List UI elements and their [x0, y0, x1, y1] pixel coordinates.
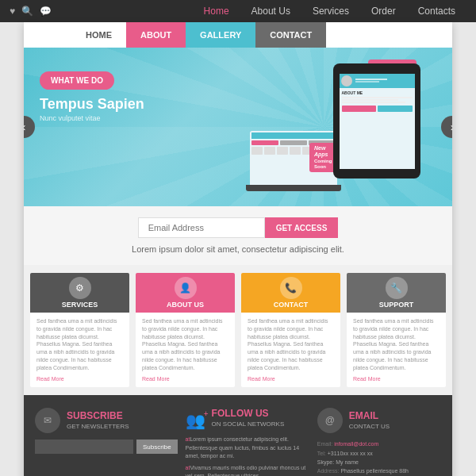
top-nav-links: Home About Us Services Order Contacts	[193, 0, 466, 22]
subscribe-input[interactable]	[35, 440, 133, 454]
cards-row: ⚙ Services Sed fanthea uma a mit adtinci…	[24, 265, 452, 395]
tel-value: +3110xx xxx xx xx	[328, 451, 373, 456]
hero-devices: New Apps Coming Soon	[246, 56, 420, 198]
subscribe-form: Subscribe	[35, 440, 178, 454]
card-about-title: About Us	[167, 301, 204, 309]
nav-services[interactable]: Services	[301, 0, 360, 22]
hero-nav-gallery[interactable]: GALLERY	[186, 22, 255, 48]
card-contact: 📞 Contact Sed fanthea uma a mit adtincid…	[241, 273, 340, 387]
follow-subtitle: ON SOCIAL NETWORKS	[212, 420, 285, 428]
hero-subtitle: Nunc vulputet vitae	[40, 114, 144, 122]
about-read-more[interactable]: Read More	[142, 375, 228, 383]
lorem-text: Lorem ipsum dolor sit amet, consectetur …	[35, 244, 441, 254]
card-support-title: Support	[379, 301, 414, 309]
device-tablet: ABOUT ME	[333, 63, 420, 178]
support-icon: 🔧	[386, 277, 408, 299]
email-title: EMAIL	[349, 410, 390, 421]
tablet-avatar	[341, 75, 352, 86]
follow-text1: atLorem ipsum consectetur adipiscing eli…	[186, 436, 309, 461]
social-plus-icon: +	[204, 409, 209, 418]
mail-icon: @	[325, 415, 335, 426]
email-input[interactable]	[138, 217, 265, 238]
what-we-do-badge: WHAT WE DO	[40, 71, 114, 90]
card-about-header: 👤 About Us	[136, 273, 235, 313]
footer-email-details: Email: infomall@dot.com Tel: +3110xx xxx…	[317, 440, 441, 476]
card-services-header: ⚙ Services	[30, 273, 129, 313]
services-icon: ⚙	[69, 277, 91, 299]
services-read-more[interactable]: Read More	[36, 375, 123, 383]
card-contact-title: Contact	[274, 301, 308, 309]
hero-nav-about[interactable]: ABOUT	[126, 22, 186, 48]
tablet-screen-top	[340, 74, 415, 88]
card-about-text: Sed fanthea uma a mit adtincidis to grav…	[142, 318, 223, 370]
social-people-icon: 👥	[186, 412, 205, 429]
address-label: Address:	[317, 468, 340, 474]
card-contact-text: Sed fanthea uma a mit adtincidis to grav…	[248, 318, 328, 370]
card-services: ⚙ Services Sed fanthea uma a mit adtinci…	[30, 273, 129, 387]
contact-read-more[interactable]: Read More	[248, 375, 334, 383]
card-services-body: Sed fanthea uma a mit adtincidis to grav…	[30, 313, 129, 387]
top-navigation: ♥ 🔍 💬 Home About Us Services Order Conta…	[0, 0, 476, 22]
email-form: GET ACCESS	[35, 217, 441, 238]
card-support-header: 🔧 Support	[347, 273, 446, 313]
hero-left-content: WHAT WE DO Tempus Sapien Nunc vulputet v…	[40, 71, 144, 122]
laptop-base	[246, 185, 341, 191]
follow-title: FOLLOW US	[212, 408, 285, 419]
about-icon: 👤	[175, 277, 197, 299]
card-support-body: Sed fanthea uma a mit adtincidis to grav…	[347, 313, 446, 387]
card-services-title: Services	[62, 301, 98, 309]
hero-banner: ‹ › WHAT WE DO Tempus Sapien Nunc vulput…	[24, 48, 452, 206]
main-wrapper: HOME ABOUT GALLERY CONTACT ‹ › WHAT WE D…	[24, 22, 452, 476]
hero-nav: HOME ABOUT GALLERY CONTACT	[24, 22, 452, 48]
subscribe-icon-circle: ✉	[35, 408, 60, 433]
email-icon-circle: @	[317, 408, 343, 433]
footer-follow: 👥 + FOLLOW US ON SOCIAL NETWORKS atLorem…	[186, 408, 309, 476]
card-services-text: Sed fanthea uma a mit adtincidis to grav…	[36, 318, 117, 370]
subscribe-title: SUBSCRIBE	[67, 410, 129, 421]
nav-order[interactable]: Order	[360, 0, 407, 22]
search-icon[interactable]: 🔍	[21, 6, 33, 17]
card-support: 🔧 Support Sed fanthea uma a mit adtincid…	[347, 273, 446, 387]
email-section: GET ACCESS Lorem ipsum dolor sit amet, c…	[24, 206, 452, 265]
contact-icon: 📞	[280, 277, 302, 299]
get-access-button[interactable]: GET ACCESS	[265, 217, 339, 238]
tel-label: Tel:	[317, 451, 326, 456]
card-contact-body: Sed fanthea uma a mit adtincidis to grav…	[241, 313, 340, 387]
device-laptop: New Apps Coming Soon	[246, 131, 341, 198]
heart-icon[interactable]: ♥	[10, 6, 15, 17]
support-read-more[interactable]: Read More	[353, 375, 440, 383]
subscribe-subtitle: GET NEWSLETTERS	[67, 423, 129, 430]
nav-contacts[interactable]: Contacts	[407, 0, 466, 22]
card-support-text: Sed fanthea uma a mit adtincidis to grav…	[353, 318, 434, 370]
skype-label: Skype:	[317, 459, 334, 465]
nav-home[interactable]: Home	[193, 0, 240, 22]
nav-about[interactable]: About Us	[240, 0, 301, 22]
card-about-body: Sed fanthea uma a mit adtincidis to grav…	[136, 313, 235, 387]
subscribe-button[interactable]: Subscribe	[136, 440, 178, 454]
email-label: Email:	[317, 441, 332, 447]
follow-text2: atVivamus mauris mollis odio pulvinar rh…	[186, 464, 309, 476]
envelope-icon: ✉	[44, 415, 52, 426]
tablet-screen: ABOUT ME	[340, 74, 415, 169]
skype-value: My name	[336, 459, 359, 465]
hero-title: Tempus Sapien	[40, 96, 144, 113]
footer-subscribe: ✉ SUBSCRIBE GET NEWSLETTERS Subscribe	[35, 408, 178, 476]
email-subtitle: CONTACT US	[349, 423, 390, 430]
top-nav-icons: ♥ 🔍 💬	[10, 6, 52, 17]
card-about: 👤 About Us Sed fanthea uma a mit adtinci…	[136, 273, 235, 387]
hero-nav-home[interactable]: HOME	[71, 22, 126, 48]
email-value[interactable]: infomall@dot.com	[334, 441, 378, 447]
hero-nav-contact[interactable]: CONTACT	[255, 22, 326, 48]
footer-email-col: @ EMAIL CONTACT US Email: infomall@dot.c…	[317, 408, 441, 476]
footer: ✉ SUBSCRIBE GET NEWSLETTERS Subscribe 👥 …	[24, 395, 452, 476]
card-contact-header: 📞 Contact	[241, 273, 340, 313]
chat-icon[interactable]: 💬	[40, 6, 52, 17]
